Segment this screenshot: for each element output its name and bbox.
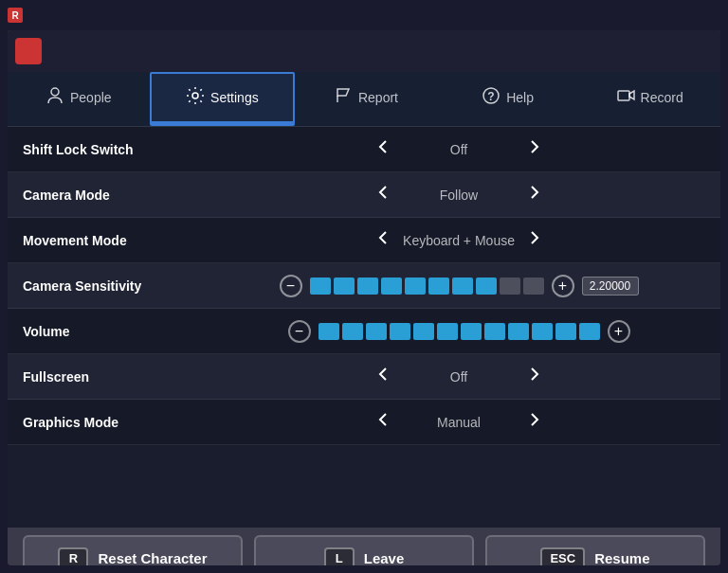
resume-button[interactable]: ESCResume (485, 535, 705, 565)
camera-sensitivity-segment-1 (334, 278, 355, 295)
movement-mode-left-arrow[interactable] (372, 228, 394, 252)
tab-report-label: Report (358, 90, 398, 105)
reset-button[interactable]: RReset Character (23, 535, 243, 565)
setting-row-camera-sensitivity: Camera Sensitivity−+2.20000 (8, 263, 720, 309)
tab-record-label: Record (641, 90, 683, 105)
camera-sensitivity-segment-3 (381, 278, 402, 295)
camera-mode-left-arrow[interactable] (372, 183, 394, 206)
volume-segment-3 (390, 323, 410, 340)
volume-minus-btn[interactable]: − (288, 320, 311, 343)
setting-row-graphics-mode: Graphics ModeManual (8, 400, 720, 445)
camera-sensitivity-segment-0 (310, 278, 331, 295)
tab-people[interactable]: People (8, 72, 150, 126)
volume-segment-2 (366, 323, 387, 340)
fullscreen-left-arrow[interactable] (372, 365, 394, 388)
resume-label: Resume (594, 550, 649, 566)
setting-control-movement-mode: Keyboard + Mouse (212, 228, 705, 252)
setting-label-camera-mode: Camera Mode (23, 188, 212, 203)
volume-plus-btn[interactable]: + (608, 320, 630, 343)
camera-sensitivity-segment-5 (428, 278, 449, 295)
tab-record[interactable]: Record (578, 72, 720, 126)
shift-lock-left-arrow[interactable] (372, 137, 394, 161)
volume-segment-5 (437, 323, 458, 340)
resume-key-badge: ESC (540, 547, 585, 566)
help-icon: ? (482, 86, 500, 109)
setting-control-camera-sensitivity: −+2.20000 (212, 275, 705, 297)
svg-text:?: ? (488, 90, 495, 103)
movement-mode-right-arrow[interactable] (523, 228, 546, 252)
settings-icon (186, 86, 205, 109)
setting-label-graphics-mode: Graphics Mode (23, 415, 212, 430)
volume-segment-1 (342, 323, 363, 340)
leave-button[interactable]: LLeave (254, 535, 474, 565)
volume-segment-7 (484, 323, 505, 340)
tab-settings-label: Settings (210, 90, 259, 105)
camera-sensitivity-minus-btn[interactable]: − (280, 275, 302, 297)
svg-point-1 (192, 93, 198, 98)
tab-report[interactable]: Report (295, 72, 437, 126)
setting-control-fullscreen: Off (212, 365, 705, 388)
svg-point-0 (51, 88, 59, 96)
shift-lock-right-arrow[interactable] (523, 137, 546, 161)
fullscreen-right-arrow[interactable] (523, 365, 546, 388)
maximize-button[interactable] (675, 5, 696, 26)
volume-segment-4 (413, 323, 434, 340)
close-btn-area (8, 30, 720, 72)
setting-row-camera-mode: Camera ModeFollow (8, 172, 720, 218)
record-icon (616, 86, 635, 109)
setting-label-volume: Volume (23, 324, 212, 339)
setting-label-fullscreen: Fullscreen (23, 369, 212, 385)
close-menu-button[interactable] (15, 38, 42, 64)
leave-label: Leave (364, 550, 405, 566)
camera-sensitivity-segment-4 (405, 278, 426, 295)
camera-sensitivity-segment-8 (500, 278, 520, 295)
setting-control-camera-mode: Follow (212, 183, 705, 206)
camera-sensitivity-segment-7 (476, 278, 497, 295)
graphics-mode-left-arrow[interactable] (372, 410, 394, 434)
fullscreen-value: Off (402, 369, 516, 385)
camera-sensitivity-value-box: 2.20000 (582, 277, 639, 295)
camera-sensitivity-track[interactable] (310, 278, 544, 295)
setting-row-movement-mode: Movement ModeKeyboard + Mouse (8, 218, 720, 263)
volume-segment-9 (532, 323, 553, 340)
camera-sensitivity-segment-6 (452, 278, 473, 295)
volume-track[interactable] (318, 323, 600, 340)
setting-control-graphics-mode: Manual (212, 410, 705, 434)
setting-control-shift-lock: Off (212, 137, 705, 161)
reset-key-badge: R (58, 547, 88, 566)
camera-sensitivity-segment-9 (523, 278, 544, 295)
people-icon (46, 86, 64, 109)
svg-rect-5 (618, 91, 629, 100)
setting-label-movement-mode: Movement Mode (23, 233, 212, 248)
tab-settings[interactable]: Settings (150, 72, 296, 126)
camera-mode-right-arrow[interactable] (523, 183, 546, 206)
movement-mode-value: Keyboard + Mouse (402, 233, 516, 248)
leave-key-badge: L (324, 547, 355, 566)
minimize-button[interactable] (650, 5, 671, 26)
setting-row-fullscreen: FullscreenOff (8, 354, 720, 400)
nav-tabs: People Settings Report ? Help Record (8, 72, 720, 127)
close-window-button[interactable] (700, 5, 720, 26)
volume-segment-10 (555, 323, 576, 340)
setting-control-volume: −+ (212, 320, 705, 343)
main-window: People Settings Report ? Help Record Shi… (8, 30, 720, 565)
reset-label: Reset Character (98, 550, 207, 566)
bottom-bar: RReset CharacterLLeaveESCResume (8, 528, 720, 565)
tab-help[interactable]: ? Help (437, 72, 579, 126)
volume-segment-0 (318, 323, 339, 340)
titlebar-controls (650, 5, 720, 26)
volume-segment-6 (461, 323, 482, 340)
report-icon (334, 86, 353, 109)
graphics-mode-right-arrow[interactable] (523, 410, 546, 434)
camera-sensitivity-plus-btn[interactable]: + (552, 275, 574, 297)
app-icon: R (8, 8, 23, 23)
setting-label-camera-sensitivity: Camera Sensitivity (23, 278, 212, 294)
camera-mode-value: Follow (402, 188, 516, 203)
graphics-mode-value: Manual (402, 415, 516, 430)
shift-lock-value: Off (402, 142, 516, 157)
setting-row-shift-lock: Shift Lock SwitchOff (8, 127, 720, 172)
settings-content: Shift Lock SwitchOffCamera ModeFollowMov… (8, 127, 720, 528)
titlebar: R (0, 0, 728, 30)
titlebar-left: R (8, 8, 28, 23)
volume-segment-11 (579, 323, 600, 340)
